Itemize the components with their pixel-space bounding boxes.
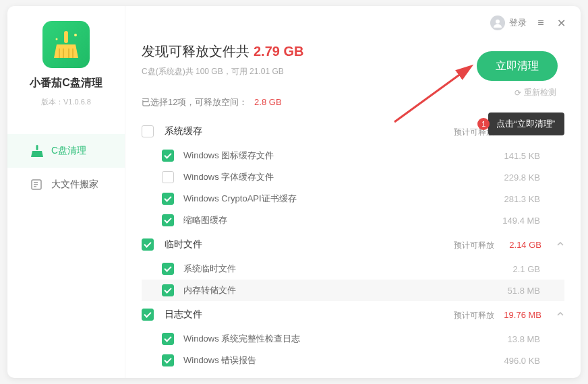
svg-point-2 (56, 38, 58, 40)
list-item[interactable]: 系统临时文件 2.1 GB (142, 258, 564, 280)
refresh-icon: ⟳ (514, 88, 521, 98)
category-row[interactable]: 临时文件 预计可释放2.14 GB (142, 231, 564, 258)
selection-size: 2.8 GB (254, 97, 281, 107)
estimate: 预计可释放2.14 GB (454, 238, 541, 251)
app-version: 版本：V1.0.6.8 (41, 97, 91, 107)
item-size: 141.5 KB (490, 151, 564, 161)
checkbox[interactable] (142, 125, 154, 137)
item-size: 149.4 MB (490, 216, 564, 226)
item-name: Windows 错误报告 (183, 354, 256, 366)
login-button[interactable]: 登录 (490, 15, 527, 30)
svg-rect-0 (64, 31, 68, 43)
checkbox[interactable] (162, 263, 174, 275)
checkbox[interactable] (142, 238, 154, 251)
category-list[interactable]: 系统缓存 预计可释放150.00 MB Windows 图标缓存文件 141.5… (142, 118, 564, 378)
checkbox[interactable] (162, 284, 174, 296)
heading-text: 发现可释放文件共 (142, 42, 249, 61)
list-item[interactable]: 内存转储文件 51.8 MB (142, 280, 564, 301)
titlebar: 登录 ≡ ✕ (490, 15, 567, 30)
item-size: 13.8 MB (490, 334, 564, 344)
selection-text: 已选择12项，可释放空间： (142, 97, 247, 107)
svg-point-5 (496, 20, 500, 24)
checkbox[interactable] (162, 354, 174, 366)
checkbox[interactable] (162, 150, 174, 162)
app-logo (42, 21, 90, 68)
item-name: Windows 图标缓存文件 (183, 150, 274, 162)
category-name: 日志文件 (165, 309, 202, 321)
item-name: 缩略图缓存 (183, 214, 227, 226)
chevron-up-icon[interactable] (556, 238, 564, 251)
annotation-badge: 1 (477, 118, 490, 130)
refresh-label: 重新检测 (524, 87, 556, 98)
sidebar-item-label: 大文件搬家 (51, 179, 98, 191)
list-item[interactable]: Windows 系统完整性检查日志 13.8 MB (142, 328, 564, 350)
estimate: 预计可释放19.76 MB (454, 309, 541, 321)
checkbox[interactable] (162, 193, 174, 205)
chevron-up-icon[interactable] (556, 309, 564, 321)
avatar-icon (490, 15, 505, 30)
sidebar-item-c-clean[interactable]: C盘清理 (7, 134, 125, 168)
item-name: Windows 系统完整性检查日志 (183, 333, 300, 345)
annotation-text: 点击“立即清理” (496, 118, 555, 130)
app-name: 小番茄C盘清理 (30, 76, 102, 90)
app-window: 小番茄C盘清理 版本：V1.0.6.8 C盘清理 大文件搬家 (7, 6, 581, 378)
list-item[interactable]: Windows 字体缓存文件 229.8 KB (142, 166, 564, 188)
sidebar-item-label: C盘清理 (51, 145, 86, 157)
item-size: 281.3 KB (490, 194, 564, 204)
item-name: 系统临时文件 (183, 263, 236, 275)
sidebar-nav: C盘清理 大文件搬家 (7, 134, 125, 201)
clean-now-button[interactable]: 立即清理 (477, 51, 558, 81)
main-panel: 登录 ≡ ✕ 发现可释放文件共 2.79 GB C盘(系统盘)共 100 GB，… (125, 6, 581, 378)
login-label: 登录 (509, 17, 527, 29)
item-name: Windows CryptoAPI证书缓存 (183, 193, 297, 205)
item-name: 内存转储文件 (183, 284, 236, 296)
selection-summary: 已选择12项，可释放空间： 2.8 GB (142, 96, 564, 108)
list-item[interactable]: Windows CryptoAPI证书缓存 281.3 KB (142, 188, 564, 210)
list-item[interactable]: Windows 错误报告 496.0 KB (142, 350, 564, 371)
folder-move-icon (30, 178, 44, 191)
checkbox[interactable] (142, 309, 154, 321)
item-size: 51.8 MB (490, 286, 564, 296)
item-size: 496.0 KB (490, 356, 564, 366)
checkbox[interactable] (162, 214, 174, 226)
annotation-tooltip: 1 点击“立即清理” (488, 113, 564, 135)
list-item[interactable]: 缩略图缓存 149.4 MB (142, 210, 564, 231)
category-row[interactable]: 日志文件 预计可释放19.76 MB (142, 301, 564, 328)
item-name: Windows 字体缓存文件 (183, 171, 274, 183)
checkbox[interactable] (162, 171, 174, 183)
heading-size: 2.79 GB (254, 44, 303, 59)
close-icon[interactable]: ✕ (555, 17, 567, 30)
item-size: 2.1 GB (490, 264, 564, 274)
sidebar-item-bigfile[interactable]: 大文件搬家 (7, 168, 125, 201)
refresh-button[interactable]: ⟳ 重新检测 (514, 87, 556, 98)
broom-icon (30, 144, 44, 158)
checkbox[interactable] (162, 333, 174, 345)
category-name: 临时文件 (165, 238, 202, 251)
sidebar: 小番茄C盘清理 版本：V1.0.6.8 C盘清理 大文件搬家 (7, 6, 125, 378)
svg-rect-3 (36, 145, 38, 150)
svg-point-1 (74, 34, 77, 36)
menu-icon[interactable]: ≡ (535, 17, 547, 29)
category-name: 系统缓存 (165, 125, 202, 137)
item-size: 229.8 KB (490, 172, 564, 183)
broom-logo-icon (50, 28, 82, 61)
list-item[interactable]: Windows 图标缓存文件 141.5 KB (142, 145, 564, 166)
